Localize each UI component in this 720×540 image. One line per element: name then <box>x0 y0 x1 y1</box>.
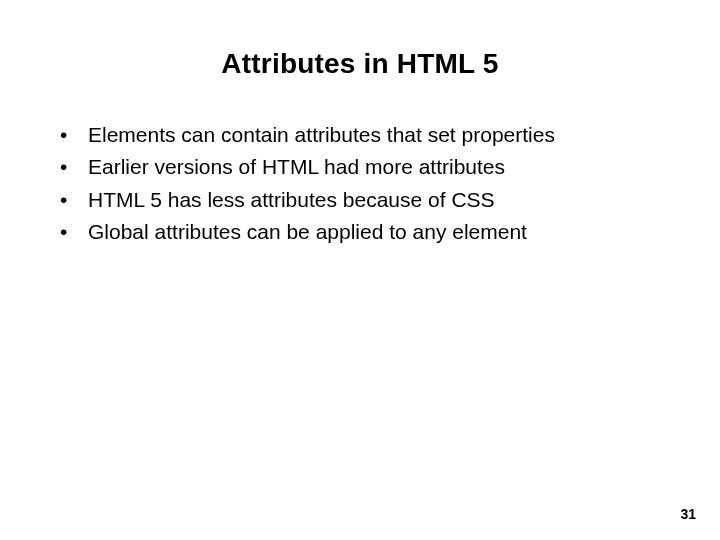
list-item: • Elements can contain attributes that s… <box>60 120 720 150</box>
list-item: • Earlier versions of HTML had more attr… <box>60 152 720 182</box>
list-item-text: Global attributes can be applied to any … <box>88 217 527 247</box>
bullet-icon: • <box>60 217 88 247</box>
slide: Attributes in HTML 5 • Elements can cont… <box>0 0 720 540</box>
list-item: • Global attributes can be applied to an… <box>60 217 720 247</box>
bullet-list: • Elements can contain attributes that s… <box>60 120 720 248</box>
bullet-icon: • <box>60 185 88 215</box>
page-title: Attributes in HTML 5 <box>0 0 720 80</box>
bullet-icon: • <box>60 120 88 150</box>
list-item-text: HTML 5 has less attributes because of CS… <box>88 185 495 215</box>
list-item: • HTML 5 has less attributes because of … <box>60 185 720 215</box>
bullet-icon: • <box>60 152 88 182</box>
list-item-text: Earlier versions of HTML had more attrib… <box>88 152 505 182</box>
page-number: 31 <box>680 506 696 522</box>
list-item-text: Elements can contain attributes that set… <box>88 120 555 150</box>
